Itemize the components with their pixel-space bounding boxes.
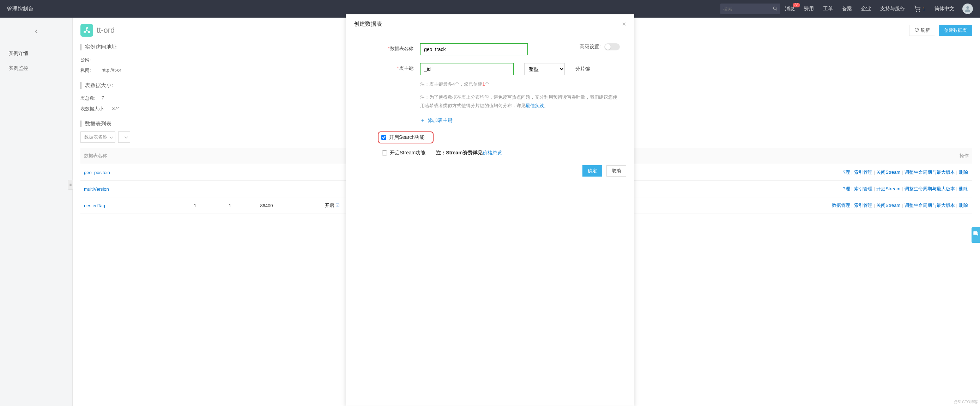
confirm-button[interactable]: 确定 bbox=[582, 165, 602, 176]
modal-overlay: 创建数据表 × *数据表名称: 高级设置: *表主键: 整型 分片键 bbox=[0, 0, 980, 406]
table-name-input[interactable] bbox=[420, 43, 528, 56]
price-link[interactable]: 价格总览 bbox=[483, 150, 502, 155]
close-icon[interactable]: × bbox=[622, 20, 626, 28]
add-pk-button[interactable]: ＋添加表主键 bbox=[420, 117, 453, 124]
pk-hint-2: 注：为了使得数据在表上分布均匀，避免读写热点问题，充分利用预留读写吞吐量，我们建… bbox=[420, 93, 620, 109]
pk-type-select[interactable]: 整型 bbox=[524, 63, 565, 75]
best-practice-link[interactable]: 最佳实践 bbox=[526, 103, 544, 108]
table-name-label: 数据表名称: bbox=[390, 46, 415, 51]
watermark: @51CTO博客 bbox=[954, 399, 978, 404]
enable-stream-checkbox[interactable]: 开启Stream功能 bbox=[382, 150, 425, 156]
plus-icon: ＋ bbox=[420, 117, 425, 124]
advanced-label: 高级设置: bbox=[580, 44, 601, 50]
enable-search-highlight: 开启Search功能 bbox=[378, 132, 434, 143]
advanced-toggle[interactable] bbox=[604, 43, 620, 51]
pk-name-input[interactable] bbox=[420, 63, 514, 75]
shard-key-label: 分片键 bbox=[575, 66, 590, 72]
help-tab[interactable]: 咨询 bbox=[972, 227, 980, 243]
stream-note: 注：Stream资费详见价格总览 bbox=[436, 150, 502, 156]
cancel-button[interactable]: 取消 bbox=[606, 165, 626, 176]
enable-search-checkbox[interactable]: 开启Search功能 bbox=[381, 134, 425, 141]
pk-hint-1: 注：表主键最多4个，您已创建1个 bbox=[420, 80, 620, 88]
pk-label: 表主键: bbox=[399, 65, 415, 71]
modal-title: 创建数据表 bbox=[354, 21, 382, 28]
create-table-modal: 创建数据表 × *数据表名称: 高级设置: *表主键: 整型 分片键 bbox=[346, 14, 634, 406]
